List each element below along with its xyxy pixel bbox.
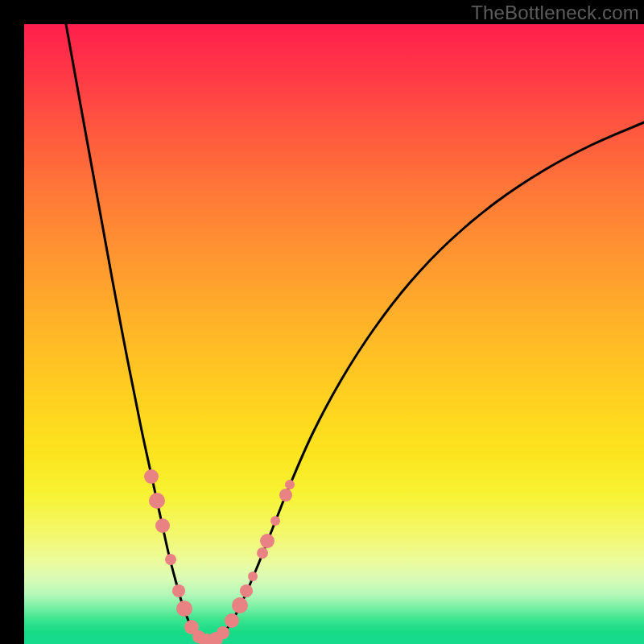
data-marker [155, 518, 170, 533]
watermark-text: TheBottleneck.com [471, 2, 639, 24]
data-marker [279, 489, 292, 502]
data-marker [217, 626, 229, 639]
data-marker [172, 584, 185, 597]
curve-layer [24, 24, 644, 644]
plot-area [24, 24, 644, 644]
marker-group [144, 469, 295, 644]
data-marker [260, 534, 275, 548]
data-marker [257, 547, 268, 559]
data-marker [248, 572, 258, 581]
data-marker [144, 469, 159, 484]
data-marker [240, 584, 253, 597]
curve-group [66, 24, 644, 642]
data-marker [225, 613, 239, 628]
chart-frame: TheBottleneck.com [0, 0, 644, 644]
data-marker [149, 493, 165, 509]
curve-right-branch [208, 122, 644, 642]
data-marker [285, 480, 295, 489]
data-marker [176, 601, 192, 617]
data-marker [270, 516, 280, 526]
data-marker [232, 597, 248, 613]
data-marker [165, 554, 176, 565]
curve-left-branch [66, 24, 208, 642]
